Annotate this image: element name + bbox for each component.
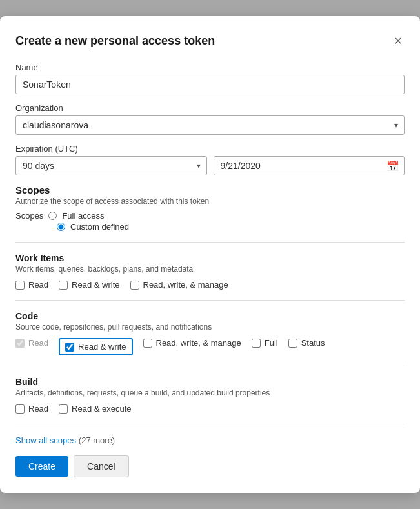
build-title: Build xyxy=(15,377,405,387)
wi-read-checkbox[interactable] xyxy=(15,281,25,290)
code-title: Code xyxy=(15,311,405,321)
code-rwm-label: Read, write, & manage xyxy=(156,338,241,348)
work-items-section: Work Items Work items, queries, backlogs… xyxy=(15,253,405,290)
code-status-checkbox[interactable] xyxy=(288,339,297,348)
code-checkboxes: Read Read & write Read, write, & manage … xyxy=(15,338,405,355)
wi-rw-checkbox[interactable] xyxy=(59,281,68,290)
org-select-wrapper: claudiasonarova ▾ xyxy=(15,115,405,135)
divider-2 xyxy=(15,300,405,301)
divider-1 xyxy=(15,242,405,243)
wi-read-option[interactable]: Read xyxy=(15,280,48,290)
org-label: Organization xyxy=(15,103,405,113)
build-re-checkbox[interactable] xyxy=(59,404,68,414)
divider-3 xyxy=(15,366,405,366)
code-rw-option[interactable]: Read & write xyxy=(59,338,132,355)
code-read-label: Read xyxy=(28,338,48,348)
scopes-section: Scopes Authorize the scope of access ass… xyxy=(15,185,405,232)
expiration-select[interactable]: 30 days 60 days 90 days Custom defined xyxy=(15,156,207,175)
footer-buttons: Create Cancel xyxy=(15,455,405,477)
work-items-desc: Work items, queries, backlogs, plans, an… xyxy=(15,264,405,274)
code-section: Code Source code, repositories, pull req… xyxy=(15,311,405,355)
code-full-checkbox[interactable] xyxy=(252,339,261,348)
code-status-option[interactable]: Status xyxy=(288,338,325,348)
cancel-button[interactable]: Cancel xyxy=(74,455,129,477)
build-read-option[interactable]: Read xyxy=(15,404,48,414)
create-button[interactable]: Create xyxy=(15,456,68,477)
date-input-wrapper: 📅 xyxy=(214,156,405,175)
wi-rw-label: Read & write xyxy=(72,280,119,290)
divider-4 xyxy=(15,424,405,424)
scopes-label: Scopes xyxy=(15,211,43,221)
code-desc: Source code, repositories, pull requests… xyxy=(15,323,405,332)
build-checkboxes: Read Read & execute xyxy=(15,404,405,414)
custom-defined-radio[interactable] xyxy=(57,223,65,231)
code-status-label: Status xyxy=(301,338,325,348)
wi-rwm-option[interactable]: Read, write, & manage xyxy=(130,280,228,290)
code-rw-label: Read & write xyxy=(78,342,126,352)
build-re-label: Read & execute xyxy=(72,404,132,414)
custom-defined-row: Custom defined xyxy=(18,222,405,232)
name-label: Name xyxy=(15,63,405,72)
wi-read-label: Read xyxy=(28,280,48,290)
wi-rwm-checkbox[interactable] xyxy=(130,281,139,290)
show-scopes-count: (27 more) xyxy=(79,435,115,445)
date-input[interactable] xyxy=(214,156,405,175)
org-group: Organization claudiasonarova ▾ xyxy=(15,103,405,135)
code-rw-checkbox[interactable] xyxy=(65,343,74,352)
modal-overlay: Create a new personal access token × Nam… xyxy=(0,0,420,509)
code-rwm-option[interactable]: Read, write, & manage xyxy=(143,338,241,348)
build-read-label: Read xyxy=(28,404,48,414)
full-access-option[interactable]: Full access xyxy=(48,211,104,221)
modal-header: Create a new personal access token × xyxy=(15,32,405,50)
work-items-title: Work Items xyxy=(15,253,405,263)
full-access-radio[interactable] xyxy=(48,212,57,220)
expiration-row: 30 days 60 days 90 days Custom defined ▾… xyxy=(15,156,405,175)
build-section: Build Artifacts, definitions, requests, … xyxy=(15,377,405,414)
expiration-label: Expiration (UTC) xyxy=(15,144,405,154)
wi-rw-option[interactable]: Read & write xyxy=(59,280,119,290)
code-rwm-checkbox[interactable] xyxy=(143,339,152,348)
modal: Create a new personal access token × Nam… xyxy=(0,16,420,493)
code-full-label: Full xyxy=(265,338,278,348)
scopes-title: Scopes xyxy=(15,185,405,195)
name-input[interactable] xyxy=(15,75,405,94)
modal-title: Create a new personal access token xyxy=(15,34,215,48)
build-read-checkbox[interactable] xyxy=(15,404,25,414)
show-all-scopes-link[interactable]: Show all scopes xyxy=(15,435,76,445)
code-full-option[interactable]: Full xyxy=(252,338,278,348)
work-items-checkboxes: Read Read & write Read, write, & manage xyxy=(15,280,405,290)
code-read-option: Read xyxy=(15,338,48,348)
custom-defined-label: Custom defined xyxy=(70,222,129,232)
scopes-radio-row: Scopes Full access xyxy=(15,211,405,221)
show-scopes-row: Show all scopes (27 more) xyxy=(15,435,405,445)
name-group: Name xyxy=(15,63,405,94)
expiration-select-wrapper: 30 days 60 days 90 days Custom defined ▾ xyxy=(15,156,207,175)
wi-rwm-label: Read, write, & manage xyxy=(143,280,228,290)
code-read-checkbox xyxy=(15,339,25,348)
close-button[interactable]: × xyxy=(392,32,405,50)
scopes-description: Authorize the scope of access associated… xyxy=(15,197,405,206)
org-select[interactable]: claudiasonarova xyxy=(15,115,405,135)
build-desc: Artifacts, definitions, requests, queue … xyxy=(15,388,405,397)
full-access-label: Full access xyxy=(62,211,104,221)
build-re-option[interactable]: Read & execute xyxy=(59,404,132,414)
custom-defined-option[interactable]: Custom defined xyxy=(57,222,405,232)
expiration-group: Expiration (UTC) 30 days 60 days 90 days… xyxy=(15,144,405,175)
